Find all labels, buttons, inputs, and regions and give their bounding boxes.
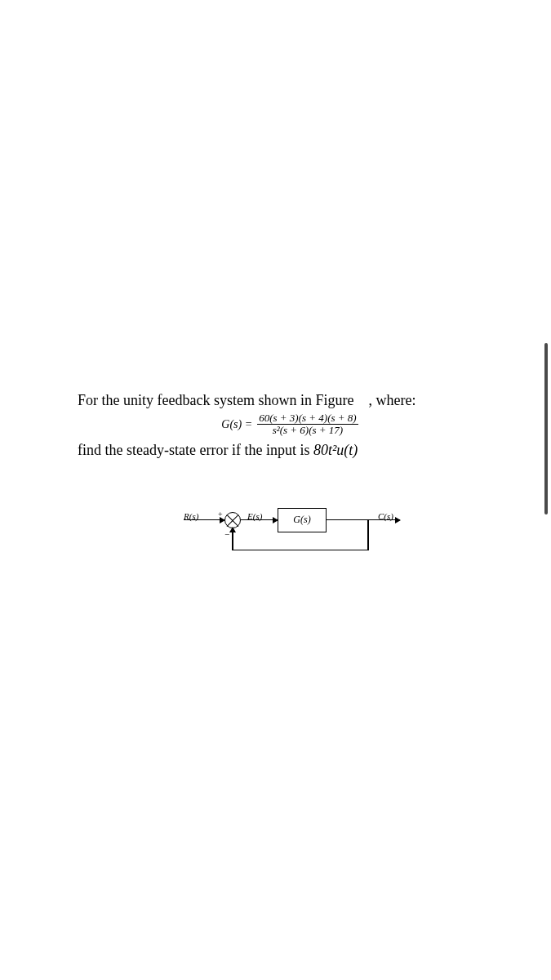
equation-lhs: G(s) = — [221, 418, 252, 431]
equation-fraction: 60(s + 3)(s + 4)(s + 8) s²(s + 6)(s + 17… — [257, 412, 358, 437]
line1-suffix: , where: — [368, 392, 415, 408]
line1-prefix: For the unity feedback system shown in F… — [78, 392, 353, 408]
problem-content: For the unity feedback system shown in F… — [78, 392, 502, 565]
plant-block: G(s) — [278, 508, 327, 532]
problem-statement-line3: find the steady-state error if the input… — [78, 442, 502, 459]
equation-denominator: s²(s + 6)(s + 17) — [271, 425, 344, 436]
diagram-arrow — [229, 527, 236, 532]
line3-prefix: find the steady-state error if the input… — [78, 442, 313, 458]
diagram-arrow — [220, 517, 225, 523]
equation-numerator: 60(s + 3)(s + 4)(s + 8) — [257, 412, 358, 425]
summing-junction — [224, 512, 241, 528]
transfer-function-equation: G(s) = 60(s + 3)(s + 4)(s + 8) s²(s + 6)… — [78, 412, 502, 437]
diagram-arrow — [395, 517, 401, 523]
diagram-line — [367, 519, 369, 550]
plant-block-label: G(s) — [293, 514, 310, 526]
diagram-arrow — [273, 517, 278, 523]
problem-statement-line1: For the unity feedback system shown in F… — [78, 392, 502, 409]
scrollbar[interactable] — [544, 343, 548, 514]
diagram-line — [184, 519, 224, 521]
line3-input: 80t²u(t) — [313, 442, 358, 458]
diagram-line — [327, 519, 400, 521]
block-diagram: R(s) + − E(s) G(s) C(s) — [184, 500, 429, 565]
diagram-line — [233, 550, 368, 551]
